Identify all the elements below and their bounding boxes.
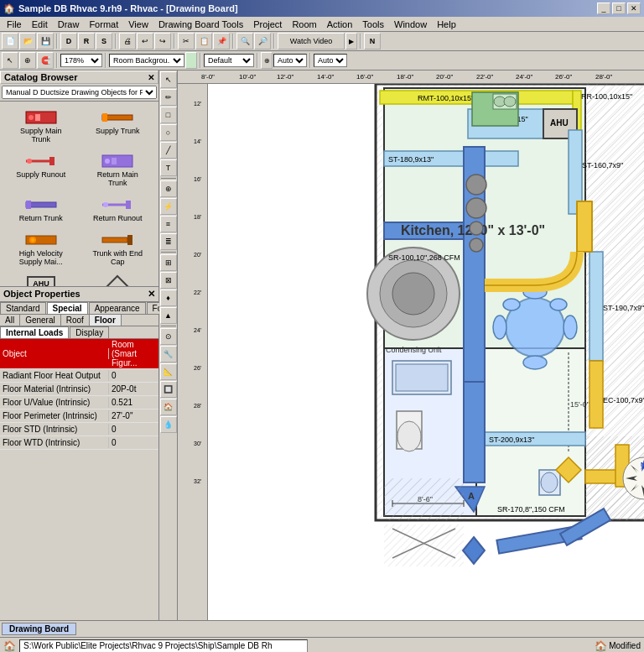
catalog-item-high-velocity[interactable]: High VelocitySupply Mai... (3, 227, 79, 269)
snap-btn[interactable]: ⊕ (19, 52, 36, 69)
vert-btn-target[interactable]: ⊙ (160, 328, 177, 345)
catalog-item-return-runout[interactable]: Return Runout (80, 192, 156, 226)
menu-drawing-board-tools[interactable]: Drawing Board Tools (153, 18, 248, 30)
maximize-button[interactable]: □ (612, 3, 626, 14)
props-close-btn[interactable]: ✕ (148, 289, 155, 300)
catalog-item-ahu[interactable]: AHU AHU (3, 271, 79, 286)
catalog-item-triangle[interactable] (80, 271, 156, 286)
catalog-close-btn[interactable]: ✕ (148, 73, 154, 82)
props-row-radiant[interactable]: Radiant Floor Heat Output 0 (0, 369, 158, 383)
auto1-btn[interactable]: ⊕ (261, 52, 273, 69)
subtab-floor[interactable]: Floor (90, 315, 122, 326)
btn-N[interactable]: N (364, 33, 381, 50)
menu-draw[interactable]: Draw (53, 18, 85, 30)
select-btn[interactable]: ↖ (2, 52, 18, 69)
copy-button[interactable]: 📋 (195, 33, 212, 50)
vert-btn-box[interactable]: 🔲 (160, 381, 177, 398)
vert-btn-wrench[interactable]: 🔧 (160, 346, 177, 363)
props-row-std[interactable]: Floor STD (Intrinsic) 0 (0, 423, 158, 436)
redo-button[interactable]: ↪ (154, 33, 171, 50)
innertab-internal-loads[interactable]: Internal Loads (0, 326, 69, 338)
catalog-item-return-trunk[interactable]: Return Trunk (3, 192, 79, 226)
magnet-btn[interactable]: 🧲 (37, 52, 54, 69)
zoom-dropdown[interactable]: 178% 100% 50% (60, 54, 102, 67)
catalog-item-trunk-end-cap[interactable]: Trunk with EndCap (80, 227, 156, 269)
print-button[interactable]: 🖨 (119, 33, 136, 50)
subtab-general[interactable]: General (20, 315, 61, 326)
vert-btn-drop[interactable]: 💧 (160, 416, 177, 433)
btn-s[interactable]: S (96, 33, 112, 50)
open-button[interactable]: 📂 (19, 33, 36, 50)
zoom-out-button[interactable]: 🔎 (254, 33, 271, 50)
btn-r[interactable]: R (78, 33, 95, 50)
minimize-button[interactable]: _ (597, 3, 610, 14)
background-dropdown[interactable]: Room Backgrou... (109, 54, 184, 67)
subtab-all[interactable]: All (0, 315, 20, 326)
props-row-perimeter[interactable]: Floor Perimeter (Intrinsic) 27'-0" (0, 409, 158, 423)
props-label-wtd: Floor WTD (Intrinsic) (0, 437, 109, 448)
catalog-item-supply-runout[interactable]: Supply Runout (3, 149, 79, 190)
bg-color-btn[interactable] (185, 52, 197, 69)
vert-btn-line[interactable]: ╱ (160, 142, 177, 159)
vert-btn-grid2[interactable]: ⊠ (160, 272, 177, 289)
menu-tools[interactable]: Tools (357, 18, 389, 30)
new-button[interactable]: 📄 (2, 33, 18, 50)
paste-button[interactable]: 📌 (213, 33, 230, 50)
subtab-roof[interactable]: Roof (61, 315, 90, 326)
zoom-in-button[interactable]: 🔍 (236, 33, 253, 50)
menu-action[interactable]: Action (322, 18, 358, 30)
vert-btn-list2[interactable]: ≣ (160, 233, 177, 250)
vert-btn-draw[interactable]: ✏ (160, 89, 177, 106)
vert-btn-triangle[interactable]: ▲ (160, 307, 177, 324)
auto2-dropdown[interactable]: Auto (314, 54, 347, 67)
sep4 (232, 34, 234, 49)
tab-standard[interactable]: Standard (0, 302, 46, 314)
vert-btn-zap[interactable]: ⚡ (160, 198, 177, 215)
drawing-area[interactable]: 8'-0" 10'-0" 12'-0" 14'-0" 16'-0" 18'-0"… (178, 70, 644, 620)
props-row-wtd[interactable]: Floor WTD (Intrinsic) 0 (0, 436, 158, 450)
return-trunk-label: Return Trunk (19, 214, 63, 222)
menu-help[interactable]: Help (432, 18, 461, 30)
cut-button[interactable]: ✂ (178, 33, 195, 50)
svg-point-15 (103, 202, 108, 207)
style-dropdown[interactable]: Default (204, 54, 254, 67)
menu-format[interactable]: Format (84, 18, 123, 30)
vert-btn-crosshair[interactable]: ⊕ (160, 180, 177, 197)
vert-btn-text[interactable]: T (160, 159, 177, 176)
catalog-item-supply-trunk[interactable]: Supply Trunk (80, 105, 156, 147)
props-row-uvalue[interactable]: Floor U/Value (Intrinsic) 0.521 (0, 396, 158, 409)
menu-edit[interactable]: Edit (27, 18, 53, 30)
watch-video-btn[interactable]: Watch Video (278, 33, 345, 50)
catalog-item-supply-main-trunk[interactable]: Supply MainTrunk (3, 105, 79, 147)
btn-d[interactable]: D (60, 33, 77, 50)
drawing-canvas[interactable]: 12' 14' 16' 18' 20' 22' 24' 26' 28' 30' … (193, 84, 644, 620)
vert-btn-rect[interactable]: □ (160, 107, 177, 123)
catalog-select[interactable]: Manual D Ductsize Drawing Objects for P.… (2, 86, 157, 99)
props-row-object[interactable]: Object Room (Smart Figur... (0, 339, 158, 369)
vert-btn-measure[interactable]: 📐 (160, 363, 177, 380)
menu-window[interactable]: Window (389, 18, 432, 30)
extra-btn1[interactable]: ▶ (345, 33, 357, 50)
tab-appearance[interactable]: Appearance (89, 302, 146, 314)
save-button[interactable]: 💾 (37, 33, 54, 50)
undo-button[interactable]: ↩ (137, 33, 153, 50)
tab-special[interactable]: Special (47, 302, 88, 314)
innertab-display[interactable]: Display (70, 326, 109, 338)
catalog-item-return-main-trunk[interactable]: Return MainTrunk (80, 149, 156, 190)
menu-file[interactable]: File (2, 18, 27, 30)
props-row-material[interactable]: Floor Material (Intrinsic) 20P-0t (0, 383, 158, 396)
menu-project[interactable]: Project (248, 18, 287, 30)
vert-btn-select[interactable]: ↖ (160, 71, 177, 88)
vert-btn-diamond[interactable]: ♦ (160, 289, 177, 306)
menu-room[interactable]: Room (287, 18, 321, 30)
props-value-radiant: 0 (109, 370, 158, 381)
auto1-dropdown[interactable]: Auto (273, 54, 307, 67)
drawing-board-tab[interactable]: Drawing Board (2, 623, 76, 635)
menu-view[interactable]: View (123, 18, 153, 30)
vert-btn-list[interactable]: ≡ (160, 216, 177, 232)
vert-btn-circle[interactable]: ○ (160, 124, 177, 141)
window-controls: _ □ ✕ (597, 3, 641, 14)
vert-btn-grid[interactable]: ⊞ (160, 254, 177, 271)
close-button[interactable]: ✕ (627, 3, 641, 14)
vert-btn-house[interactable]: 🏠 (160, 399, 177, 415)
